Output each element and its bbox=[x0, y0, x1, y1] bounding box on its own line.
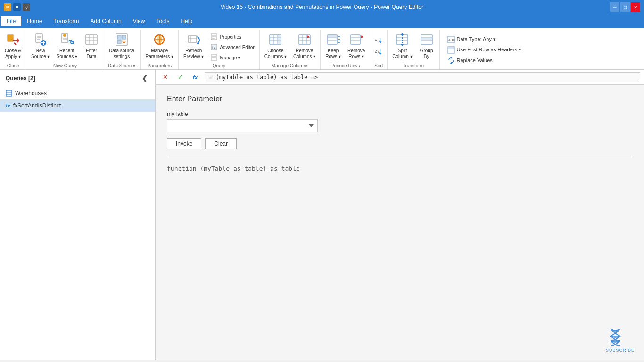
menu-transform[interactable]: Transform bbox=[48, 16, 84, 26]
clear-button[interactable]: Clear bbox=[205, 138, 237, 149]
manage-parameters-button[interactable]: ManageParameters ▾ bbox=[143, 30, 176, 61]
confirm-formula-button[interactable]: ✓ bbox=[174, 72, 186, 83]
ribbon-group-sort-content: A Z Z A bbox=[372, 30, 385, 62]
remove-rows-button[interactable]: RemoveRows ▾ bbox=[345, 30, 368, 61]
data-type-button[interactable]: ABC Data Type: Any ▾ bbox=[446, 35, 640, 44]
keep-rows-icon bbox=[326, 32, 341, 47]
split-column-label: SplitColumn ▾ bbox=[392, 48, 412, 59]
data-source-settings-label: Data sourcesettings bbox=[109, 48, 134, 59]
new-query-group-label: New Query bbox=[28, 62, 102, 69]
menu-view[interactable]: View bbox=[127, 16, 151, 26]
manage-columns-group-label: Manage Columns bbox=[262, 62, 319, 69]
sidebar-header: Queries [2] ❮ bbox=[0, 70, 155, 87]
fx-formula-button[interactable]: fx bbox=[190, 72, 201, 83]
split-column-button[interactable]: SplitColumn ▾ bbox=[389, 30, 415, 61]
invoke-button[interactable]: Invoke bbox=[167, 138, 201, 149]
close-apply-label: Close &Apply ▾ bbox=[5, 48, 21, 59]
formula-bar: ✕ ✓ fx bbox=[156, 70, 644, 85]
ribbon-group-new-query-content: NewSource ▾ RecentSources ▾ bbox=[28, 30, 102, 62]
remove-rows-label: RemoveRows ▾ bbox=[347, 48, 365, 59]
ribbon-group-transform: SplitColumn ▾ GroupBy Transform bbox=[388, 30, 439, 69]
new-source-button[interactable]: NewSource ▾ bbox=[28, 30, 52, 61]
ribbon-group-transform-content: SplitColumn ▾ GroupBy bbox=[389, 30, 437, 62]
advanced-editor-label: Advanced Editor bbox=[220, 45, 254, 50]
enter-data-button[interactable]: EnterData bbox=[81, 30, 102, 61]
menubar: File Home Transform Add Column View Tool… bbox=[0, 14, 644, 28]
ribbon: Close &Apply ▾ Close Ne bbox=[0, 28, 644, 70]
manage-button[interactable]: Manage ▾ bbox=[207, 53, 257, 62]
titlebar-controls[interactable]: ─ □ ✕ bbox=[610, 2, 640, 12]
ribbon-group-new-query: NewSource ▾ RecentSources ▾ bbox=[26, 30, 104, 69]
svg-rect-24 bbox=[117, 35, 121, 39]
recent-sources-button[interactable]: RecentSources ▾ bbox=[53, 30, 80, 61]
param-name-label: myTable bbox=[167, 111, 633, 117]
replace-values-icon bbox=[447, 57, 455, 64]
group-by-icon bbox=[419, 32, 434, 47]
cancel-formula-button[interactable]: ✕ bbox=[159, 72, 171, 83]
choose-columns-label: ChooseColumns ▾ bbox=[264, 48, 287, 59]
svg-text:ABC: ABC bbox=[448, 38, 455, 41]
fxsortanddistinct-label: fxSortAndIsDistinct bbox=[13, 102, 61, 109]
content-divider bbox=[167, 157, 633, 157]
recent-sources-label: RecentSources ▾ bbox=[56, 48, 77, 59]
main-layout: Queries [2] ❮ Warehouses fx fxSortAndIsD… bbox=[0, 70, 644, 360]
data-source-settings-icon bbox=[114, 32, 129, 47]
svg-text:A: A bbox=[378, 50, 380, 55]
param-buttons: Invoke Clear bbox=[167, 138, 633, 149]
refresh-preview-button[interactable]: RefreshPreview ▾ bbox=[181, 30, 206, 61]
replace-values-button[interactable]: Replace Values bbox=[446, 56, 640, 65]
maximize-button[interactable]: □ bbox=[620, 2, 630, 12]
content-inner: Enter Parameter myTable Invoke Clear fun… bbox=[156, 85, 644, 360]
svg-rect-89 bbox=[421, 38, 432, 41]
close-group-label: Close bbox=[2, 62, 24, 69]
data-type-icon: ABC bbox=[447, 36, 455, 43]
menu-tools[interactable]: Tools bbox=[150, 16, 175, 26]
formula-bar-area: ✕ ✓ fx bbox=[156, 70, 644, 85]
menu-help[interactable]: Help bbox=[175, 16, 198, 26]
advanced-editor-button[interactable]: fx Advanced Editor bbox=[207, 42, 257, 52]
choose-columns-button[interactable]: ChooseColumns ▾ bbox=[262, 30, 289, 61]
keep-rows-button[interactable]: KeepRows ▾ bbox=[322, 30, 344, 61]
remove-columns-icon bbox=[297, 32, 312, 47]
menu-file[interactable]: File bbox=[1, 16, 21, 26]
properties-icon bbox=[210, 33, 218, 41]
sort-desc-button[interactable]: Z A bbox=[372, 47, 385, 57]
properties-button[interactable]: Properties bbox=[207, 32, 257, 41]
close-apply-button[interactable]: Close &Apply ▾ bbox=[2, 30, 24, 61]
sidebar-item-warehouses[interactable]: Warehouses bbox=[0, 87, 155, 99]
remove-columns-button[interactable]: RemoveColumns ▾ bbox=[290, 30, 318, 61]
ribbon-group-data-sources-content: Data sourcesettings bbox=[106, 30, 139, 62]
sidebar-collapse-button[interactable]: ❮ bbox=[140, 74, 149, 83]
content-with-formula: ✕ ✓ fx Enter Parameter myTable Invoke bbox=[156, 70, 644, 360]
group-by-button[interactable]: GroupBy bbox=[416, 30, 437, 61]
svg-rect-34 bbox=[188, 36, 197, 42]
menu-home[interactable]: Home bbox=[21, 16, 48, 26]
minimize-button[interactable]: ─ bbox=[610, 2, 619, 12]
advanced-editor-icon: fx bbox=[210, 43, 218, 51]
new-source-icon bbox=[33, 32, 48, 47]
manage-parameters-label: ManageParameters ▾ bbox=[146, 48, 173, 59]
sidebar-item-fxsortanddistinct[interactable]: fx fxSortAndIsDistinct bbox=[0, 99, 155, 112]
param-select[interactable] bbox=[167, 119, 318, 132]
sidebar: Queries [2] ❮ Warehouses fx fxSortAndIsD… bbox=[0, 70, 156, 360]
ribbon-group-data-sources: Data sourcesettings Data Sources bbox=[104, 30, 141, 69]
split-column-icon bbox=[395, 32, 410, 47]
ribbon-group-reduce-rows-content: KeepRows ▾ RemoveRows ▾ bbox=[322, 30, 368, 62]
menu-add-column[interactable]: Add Column bbox=[85, 16, 127, 26]
data-sources-group-label: Data Sources bbox=[106, 62, 139, 69]
close-button[interactable]: ✕ bbox=[631, 2, 640, 12]
sort-desc-icon: Z A bbox=[375, 48, 382, 56]
ribbon-group-close-content: Close &Apply ▾ bbox=[2, 30, 24, 62]
ribbon-group-parameters: ManageParameters ▾ Parameters bbox=[141, 30, 179, 69]
svg-point-14 bbox=[63, 34, 66, 37]
sort-asc-button[interactable]: A Z bbox=[372, 36, 385, 45]
use-first-row-button[interactable]: Use First Row as Headers ▾ bbox=[446, 45, 640, 55]
close-apply-icon bbox=[6, 32, 21, 47]
svg-rect-26 bbox=[117, 40, 121, 44]
refresh-preview-icon bbox=[186, 32, 201, 47]
svg-rect-67 bbox=[351, 35, 360, 44]
ribbon-group-manage-columns-content: ChooseColumns ▾ RemoveColumns ▾ bbox=[262, 30, 319, 62]
formula-input[interactable] bbox=[205, 72, 640, 82]
subscribe-watermark: SUBSCRIBE bbox=[606, 327, 635, 353]
data-source-settings-button[interactable]: Data sourcesettings bbox=[106, 30, 137, 61]
